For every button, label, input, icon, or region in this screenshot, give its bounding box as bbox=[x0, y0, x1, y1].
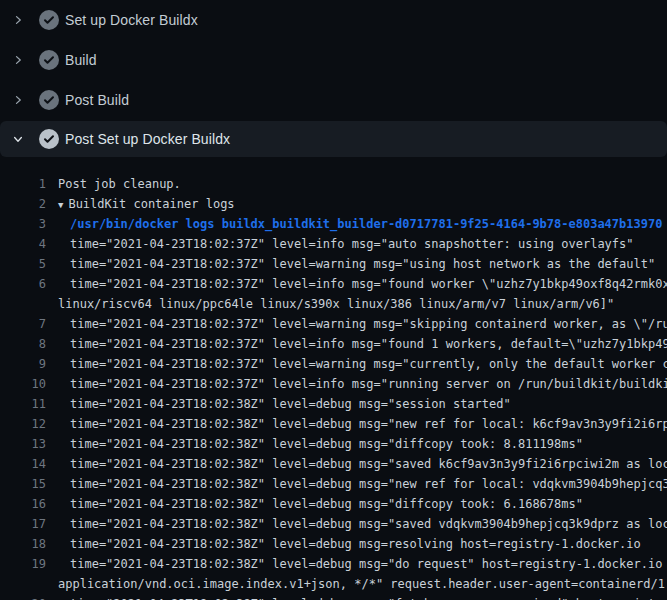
log-text: time="2021-04-23T18:02:38Z" level=debug … bbox=[70, 494, 583, 514]
line-number[interactable]: 2 bbox=[0, 194, 46, 214]
log-text: time="2021-04-23T18:02:37Z" level=warnin… bbox=[70, 314, 667, 334]
chevron-down-icon bbox=[12, 133, 24, 145]
step-label: Build bbox=[65, 52, 97, 68]
log-panel: 1Post job cleanup.2▼BuildKit container l… bbox=[0, 157, 667, 600]
log-text: time="2021-04-23T18:02:38Z" level=debug … bbox=[70, 514, 667, 534]
step-row-post-build[interactable]: Post Build bbox=[0, 80, 667, 120]
step-row-post-setup-docker-buildx[interactable]: Post Set up Docker Buildx bbox=[0, 121, 667, 157]
steps-panel: Set up Docker Buildx Build Post Build Po… bbox=[0, 0, 667, 157]
log-text: time="2021-04-23T18:02:37Z" level=info m… bbox=[70, 374, 667, 394]
log-line: 10time="2021-04-23T18:02:37Z" level=info… bbox=[0, 374, 667, 394]
log-text: time="2021-04-23T18:02:38Z" level=debug … bbox=[70, 454, 667, 474]
log-line: 8time="2021-04-23T18:02:37Z" level=info … bbox=[0, 334, 667, 354]
log-line: 11time="2021-04-23T18:02:38Z" level=debu… bbox=[0, 394, 667, 414]
step-row-build[interactable]: Build bbox=[0, 40, 667, 80]
log-line: 16time="2021-04-23T18:02:38Z" level=debu… bbox=[0, 494, 667, 514]
line-number[interactable]: 12 bbox=[0, 414, 46, 434]
check-circle-icon bbox=[39, 10, 59, 30]
line-number[interactable]: 10 bbox=[0, 374, 46, 394]
log-text: time="2021-04-23T18:02:38Z" level=debug … bbox=[70, 534, 641, 554]
step-row-setup-docker-buildx[interactable]: Set up Docker Buildx bbox=[0, 0, 667, 40]
log-line: 13time="2021-04-23T18:02:38Z" level=debu… bbox=[0, 434, 667, 454]
log-text: time="2021-04-23T18:02:38Z" level=debug … bbox=[70, 554, 667, 574]
log-line: 4time="2021-04-23T18:02:37Z" level=info … bbox=[0, 234, 667, 254]
log-text: time="2021-04-23T18:02:37Z" level=info m… bbox=[70, 234, 634, 254]
log-line: 14time="2021-04-23T18:02:38Z" level=debu… bbox=[0, 454, 667, 474]
log-text: application/vnd.oci.image.index.v1+json,… bbox=[58, 574, 667, 594]
log-line: 20time="2021-04-23T18:02:38Z" level=debu… bbox=[0, 594, 667, 600]
check-circle-icon bbox=[39, 90, 59, 110]
line-number[interactable]: 13 bbox=[0, 434, 46, 454]
line-number[interactable]: 8 bbox=[0, 334, 46, 354]
log-line: 17time="2021-04-23T18:02:38Z" level=debu… bbox=[0, 514, 667, 534]
log-line: 15time="2021-04-23T18:02:38Z" level=debu… bbox=[0, 474, 667, 494]
log-line: 18time="2021-04-23T18:02:38Z" level=debu… bbox=[0, 534, 667, 554]
log-line: 6time="2021-04-23T18:02:37Z" level=info … bbox=[0, 274, 667, 294]
log-line: 12time="2021-04-23T18:02:38Z" level=debu… bbox=[0, 414, 667, 434]
line-number[interactable]: 18 bbox=[0, 534, 46, 554]
chevron-right-icon bbox=[12, 54, 24, 66]
line-number bbox=[0, 574, 46, 594]
group-label[interactable]: BuildKit container logs bbox=[68, 197, 234, 211]
check-circle-icon bbox=[39, 50, 59, 70]
line-number[interactable]: 1 bbox=[0, 174, 46, 194]
line-number[interactable]: 15 bbox=[0, 474, 46, 494]
log-line-continuation: linux/riscv64 linux/ppc64le linux/s390x … bbox=[0, 294, 667, 314]
log-text: time="2021-04-23T18:02:38Z" level=debug … bbox=[70, 394, 511, 414]
chevron-right-icon bbox=[12, 94, 24, 106]
log-text: time="2021-04-23T18:02:38Z" level=debug … bbox=[70, 474, 667, 494]
log-line: 3/usr/bin/docker logs buildx_buildkit_bu… bbox=[0, 214, 667, 234]
check-circle-icon bbox=[39, 129, 59, 149]
log-line: 9time="2021-04-23T18:02:37Z" level=warni… bbox=[0, 354, 667, 374]
line-number[interactable]: 14 bbox=[0, 454, 46, 474]
line-number[interactable]: 6 bbox=[0, 274, 46, 294]
log-text: time="2021-04-23T18:02:37Z" level=info m… bbox=[70, 274, 667, 294]
log-text: time="2021-04-23T18:02:37Z" level=info m… bbox=[70, 334, 667, 354]
step-label: Post Build bbox=[65, 92, 129, 108]
line-number[interactable]: 9 bbox=[0, 354, 46, 374]
line-number[interactable]: 5 bbox=[0, 254, 46, 274]
log-line: 7time="2021-04-23T18:02:37Z" level=warni… bbox=[0, 314, 667, 334]
line-number[interactable]: 3 bbox=[0, 214, 46, 234]
log-text: time="2021-04-23T18:02:37Z" level=warnin… bbox=[70, 254, 655, 274]
line-number[interactable]: 7 bbox=[0, 314, 46, 334]
log-line: 2▼BuildKit container logs bbox=[0, 194, 667, 214]
line-number[interactable]: 17 bbox=[0, 514, 46, 534]
line-number bbox=[0, 294, 46, 314]
chevron-right-icon bbox=[12, 14, 24, 26]
log-text: time="2021-04-23T18:02:38Z" level=debug … bbox=[70, 414, 667, 434]
line-number[interactable]: 4 bbox=[0, 234, 46, 254]
log-text: time="2021-04-23T18:02:38Z" level=debug … bbox=[70, 594, 667, 600]
group-toggle-icon[interactable]: ▼ bbox=[58, 200, 63, 210]
log-text: Post job cleanup. bbox=[58, 174, 181, 194]
log-command-text: /usr/bin/docker logs buildx_buildkit_bui… bbox=[70, 214, 662, 234]
log-line: 19time="2021-04-23T18:02:38Z" level=debu… bbox=[0, 554, 667, 574]
log-line: 5time="2021-04-23T18:02:37Z" level=warni… bbox=[0, 254, 667, 274]
line-number[interactable]: 16 bbox=[0, 494, 46, 514]
log-lines: 1Post job cleanup.2▼BuildKit container l… bbox=[0, 174, 667, 600]
line-number[interactable]: 19 bbox=[0, 554, 46, 574]
line-number[interactable]: 20 bbox=[0, 594, 46, 600]
log-text: ▼BuildKit container logs bbox=[58, 194, 235, 214]
line-number[interactable]: 11 bbox=[0, 394, 46, 414]
log-text: linux/riscv64 linux/ppc64le linux/s390x … bbox=[58, 294, 614, 314]
log-line: 1Post job cleanup. bbox=[0, 174, 667, 194]
log-text: time="2021-04-23T18:02:37Z" level=warnin… bbox=[70, 354, 667, 374]
step-label: Post Set up Docker Buildx bbox=[65, 131, 230, 147]
log-line-continuation: application/vnd.oci.image.index.v1+json,… bbox=[0, 574, 667, 594]
step-label: Set up Docker Buildx bbox=[65, 12, 198, 28]
log-text: time="2021-04-23T18:02:38Z" level=debug … bbox=[70, 434, 583, 454]
